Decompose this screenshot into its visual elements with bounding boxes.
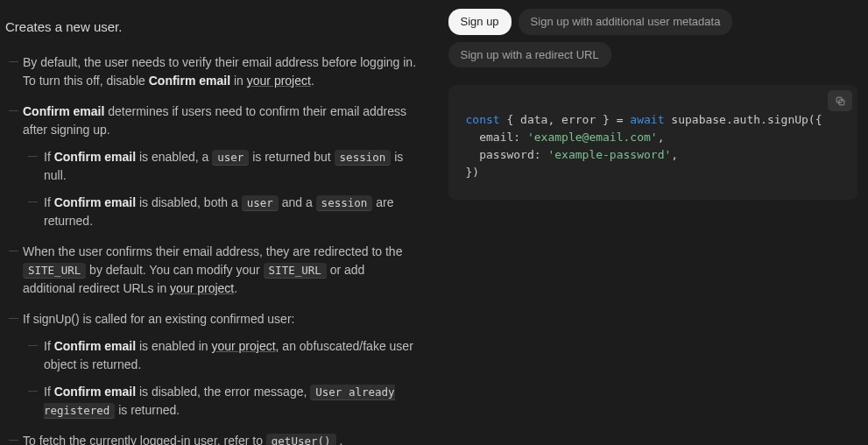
bullet-list: By default, the user needs to verify the…	[5, 53, 420, 446]
bullet-item: Confirm email determines if users need t…	[5, 102, 420, 230]
tab-group: Sign up Sign up with additional user met…	[448, 9, 858, 67]
tab-sign-up[interactable]: Sign up	[448, 9, 512, 35]
tab-sign-up-metadata[interactable]: Sign up with additional user metadata	[519, 9, 733, 35]
code-block: const { data, error } = await supabase.a…	[448, 85, 858, 200]
site-url-code: SITE_URL	[264, 263, 327, 279]
site-url-code: SITE_URL	[23, 263, 86, 279]
sub-bullet: If Confirm email is disabled, both a use…	[23, 194, 420, 230]
code-column: Sign up Sign up with additional user met…	[434, 0, 869, 445]
sub-bullet: If Confirm email is enabled, a user is r…	[23, 148, 420, 185]
sub-list: If Confirm email is enabled in your proj…	[23, 337, 420, 420]
session-code: session	[335, 150, 392, 166]
user-code: user	[242, 195, 279, 211]
user-code: user	[212, 150, 249, 166]
bullet-item: By default, the user needs to verify the…	[5, 53, 420, 90]
confirm-email-text: Confirm email	[149, 74, 230, 88]
getuser-code: getUser()	[266, 434, 336, 446]
your-project-link[interactable]: your project	[247, 74, 311, 88]
code-line: password: 'example-password',	[466, 146, 841, 164]
confirm-email-text: Confirm email	[23, 104, 104, 118]
code-line: const { data, error } = await supabase.a…	[466, 111, 841, 129]
your-project-link[interactable]: your project	[170, 281, 234, 295]
session-code: session	[316, 195, 373, 211]
tab-sign-up-redirect[interactable]: Sign up with a redirect URL	[448, 42, 611, 68]
your-project-link[interactable]: your project	[211, 339, 275, 353]
sub-bullet: If Confirm email is enabled in your proj…	[23, 337, 420, 374]
code-line: email: 'example@email.com',	[466, 129, 841, 146]
doc-column: Creates a new user. By default, the user…	[0, 0, 434, 445]
bullet-item: When the user confirms their email addre…	[5, 243, 420, 298]
bullet-item: If signUp() is called for an existing co…	[5, 310, 420, 420]
copy-button[interactable]	[828, 90, 852, 111]
doc-heading: Creates a new user.	[5, 18, 420, 38]
sub-list: If Confirm email is enabled, a user is r…	[23, 148, 420, 230]
bullet-item: To fetch the currently logged-in user, r…	[5, 432, 420, 446]
sub-bullet: If Confirm email is disabled, the error …	[23, 383, 420, 420]
code-line: })	[466, 164, 841, 181]
copy-icon	[835, 95, 846, 107]
